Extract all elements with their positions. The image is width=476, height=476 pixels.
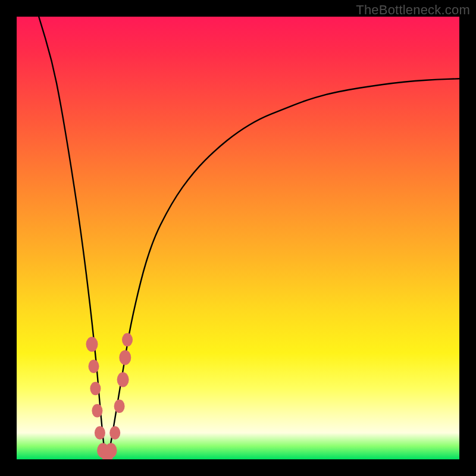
sample-point [109,426,120,440]
sample-point [122,333,133,347]
sample-markers [86,333,133,459]
sample-point [105,443,117,458]
sample-point [90,382,101,396]
chart-frame: TheBottleneck.com [0,0,476,476]
sample-point [92,404,102,418]
sample-point [117,372,129,387]
sample-point [89,360,99,374]
watermark-text: TheBottleneck.com [356,2,470,18]
sample-point [86,337,98,352]
plot-area [17,17,459,459]
sample-point [95,426,105,440]
sample-point [114,399,125,413]
bottleneck-curve [39,17,459,456]
curve-layer [17,17,459,459]
sample-point [119,350,131,365]
